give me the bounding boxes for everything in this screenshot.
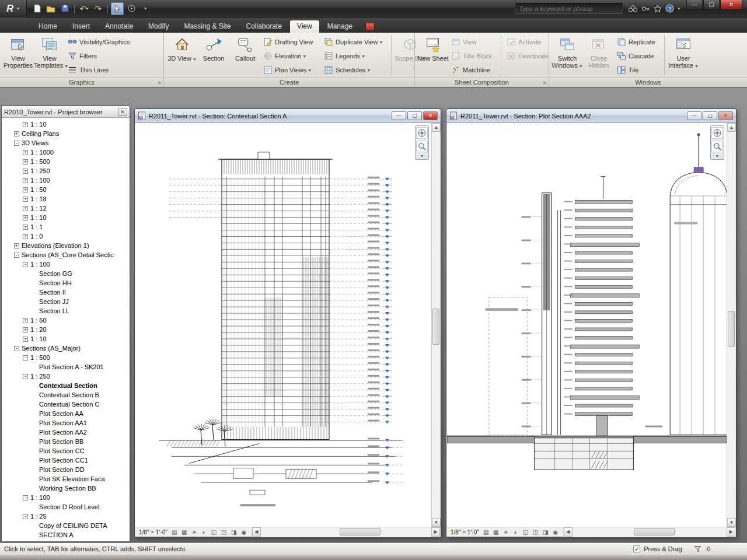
legends-button[interactable]: Legends▼ bbox=[322, 49, 388, 63]
view-templates-button[interactable]: View Templates▼ bbox=[34, 34, 65, 77]
tile-button[interactable]: Tile bbox=[615, 63, 661, 77]
doc1-titlebar[interactable]: R R2011_Tower.rvt - Section: Contextual … bbox=[135, 109, 441, 123]
collapse-icon[interactable]: - bbox=[23, 262, 28, 267]
panel-label-graphics[interactable]: Graphics» bbox=[0, 78, 163, 87]
expand-icon[interactable]: + bbox=[23, 197, 28, 202]
detail-level-icon[interactable]: ▤ bbox=[170, 528, 179, 536]
temporary-hide-icon[interactable]: ◨ bbox=[230, 528, 238, 536]
panel-expand-icon[interactable]: » bbox=[158, 78, 161, 87]
expand-icon[interactable]: + bbox=[14, 243, 19, 249]
key-icon[interactable] bbox=[641, 5, 650, 13]
scroll-up-icon[interactable]: ▲ bbox=[727, 123, 736, 132]
tree-item[interactable]: +1 : 1000 bbox=[2, 148, 130, 157]
tree-item[interactable]: Section JJ bbox=[2, 297, 130, 306]
tree-item[interactable]: +1 : 1 bbox=[2, 222, 130, 232]
tree-item[interactable]: +1 : 12 bbox=[2, 204, 130, 213]
deactivate-button[interactable]: Deactivate bbox=[504, 49, 550, 63]
tree-item[interactable]: +1 : 50 bbox=[2, 185, 130, 194]
minimize-window-button[interactable]: — bbox=[686, 0, 703, 10]
thin-lines-button[interactable]: Thin Lines bbox=[65, 63, 132, 77]
tree-item[interactable]: -1 : 500 bbox=[2, 353, 130, 362]
doc2-maximize-button[interactable]: ▢ bbox=[703, 111, 717, 120]
tree-item[interactable]: -1 : 250 bbox=[2, 372, 130, 381]
new-document-button[interactable] bbox=[30, 2, 43, 15]
show-crop-icon[interactable]: ◳ bbox=[220, 528, 228, 536]
section-button[interactable]: Section bbox=[198, 34, 229, 77]
navbar-chevron-icon[interactable]: ▼ bbox=[715, 154, 720, 158]
steering-wheel-button[interactable] bbox=[416, 127, 428, 139]
application-menu-button[interactable]: R▼ bbox=[0, 0, 27, 18]
replicate-button[interactable]: Replicate bbox=[615, 35, 661, 49]
visual-style-icon[interactable]: ▦ bbox=[492, 528, 500, 536]
doc1-drawing-area[interactable]: ▼ bbox=[135, 123, 431, 527]
doc1-close-button[interactable]: ✕ bbox=[423, 111, 438, 120]
view-placement-button[interactable]: View bbox=[449, 35, 498, 49]
collapse-icon[interactable]: - bbox=[23, 374, 28, 379]
scroll-up-icon[interactable]: ▲ bbox=[432, 123, 441, 132]
expand-icon[interactable]: + bbox=[23, 234, 28, 239]
doc2-titlebar[interactable]: R R2011_Tower.rvt - Section: Plot Sectio… bbox=[446, 109, 736, 123]
elevation-button[interactable]: Elevation▼ bbox=[261, 49, 322, 63]
collapse-icon[interactable]: - bbox=[23, 514, 28, 519]
tree-item[interactable]: Copy of CEILING DETA bbox=[2, 521, 130, 530]
tree-item[interactable]: -1 : 100 bbox=[2, 493, 130, 502]
tree-item[interactable]: +1 : 100 bbox=[2, 176, 130, 185]
tree-item[interactable]: Plot Section A - SK201 bbox=[2, 362, 130, 372]
scroll-left-icon[interactable]: ◀ bbox=[252, 527, 261, 537]
expand-icon[interactable]: + bbox=[23, 178, 28, 183]
doc1-horizontal-scrollbar[interactable]: ◀ ▶ bbox=[252, 527, 440, 537]
project-browser-close-icon[interactable]: ✕ bbox=[118, 108, 127, 116]
doc1-maximize-button[interactable]: ▢ bbox=[407, 111, 422, 120]
activate-button[interactable]: Activate bbox=[504, 35, 550, 49]
shadows-icon[interactable]: ◐ bbox=[200, 528, 208, 536]
close-window-button[interactable]: ✕ bbox=[720, 0, 742, 10]
crop-view-icon[interactable]: ◱ bbox=[210, 528, 218, 536]
tab-home[interactable]: Home bbox=[32, 20, 64, 33]
tree-item[interactable]: SECTION A bbox=[2, 530, 130, 540]
crop-view-icon[interactable]: ◱ bbox=[522, 528, 530, 536]
expand-icon[interactable]: + bbox=[23, 150, 28, 155]
tree-item[interactable]: +1 : 0 bbox=[2, 232, 130, 241]
collapse-icon[interactable]: - bbox=[14, 346, 19, 351]
save-button[interactable] bbox=[58, 2, 71, 15]
tree-item[interactable]: Working Section BB bbox=[2, 484, 130, 493]
panel-label-windows[interactable]: Windows bbox=[549, 78, 747, 87]
scrollbar-thumb[interactable] bbox=[728, 311, 735, 347]
reveal-hidden-icon[interactable]: ◉ bbox=[240, 528, 248, 536]
doc2-horizontal-scrollbar[interactable]: ◀ ▶ bbox=[563, 527, 735, 537]
maximize-window-button[interactable]: ▢ bbox=[703, 0, 720, 10]
tree-item[interactable]: +1 : 10 bbox=[2, 120, 130, 129]
tree-item[interactable]: Plot Section DD bbox=[2, 465, 130, 474]
tree-item[interactable]: -1 : 25 bbox=[2, 512, 130, 521]
tree-item[interactable]: +1 : 500 bbox=[2, 157, 130, 166]
visual-style-icon[interactable]: ▦ bbox=[180, 528, 189, 536]
tree-item[interactable]: Plot Section AA1 bbox=[2, 418, 130, 428]
tab-view[interactable]: View bbox=[290, 20, 319, 33]
detail-level-icon[interactable]: ▤ bbox=[482, 528, 490, 536]
tree-item[interactable]: Plot SK Elevation Faca bbox=[2, 474, 130, 484]
tree-item[interactable]: +1 : 50 bbox=[2, 316, 130, 325]
tree-item[interactable]: -Sections (AS_Major) bbox=[2, 344, 130, 353]
press-drag-checkbox[interactable]: ✓ bbox=[633, 545, 640, 552]
scrollbar-thumb[interactable] bbox=[432, 309, 439, 345]
collapse-icon[interactable]: - bbox=[14, 253, 19, 258]
show-crop-icon[interactable]: ◳ bbox=[532, 528, 540, 536]
switch-windows-button[interactable]: Switch Windows▼ bbox=[551, 34, 583, 77]
tree-item[interactable]: Section LL bbox=[2, 306, 130, 316]
expand-icon[interactable]: + bbox=[23, 215, 28, 220]
binoculars-icon[interactable] bbox=[628, 5, 638, 13]
tree-item[interactable]: Section HH bbox=[2, 278, 130, 288]
collapse-icon[interactable]: - bbox=[14, 141, 19, 146]
doc1-vertical-scrollbar[interactable]: ▲ ▼ bbox=[431, 123, 440, 527]
tree-item[interactable]: +1 : 18 bbox=[2, 194, 130, 204]
drafting-view-button[interactable]: Drafting View bbox=[261, 35, 322, 49]
doc2-drawing-area[interactable]: ▼ bbox=[447, 123, 727, 527]
expand-icon[interactable]: + bbox=[23, 187, 28, 192]
doc2-minimize-button[interactable]: — bbox=[687, 111, 701, 120]
doc2-close-button[interactable]: ✕ bbox=[718, 111, 733, 120]
search-input[interactable] bbox=[515, 3, 623, 14]
user-interface-button[interactable]: User Interface▼ bbox=[668, 34, 699, 77]
matchline-button[interactable]: Matchline bbox=[449, 63, 498, 77]
expand-icon[interactable]: + bbox=[23, 327, 28, 332]
expand-icon[interactable]: + bbox=[23, 225, 28, 230]
